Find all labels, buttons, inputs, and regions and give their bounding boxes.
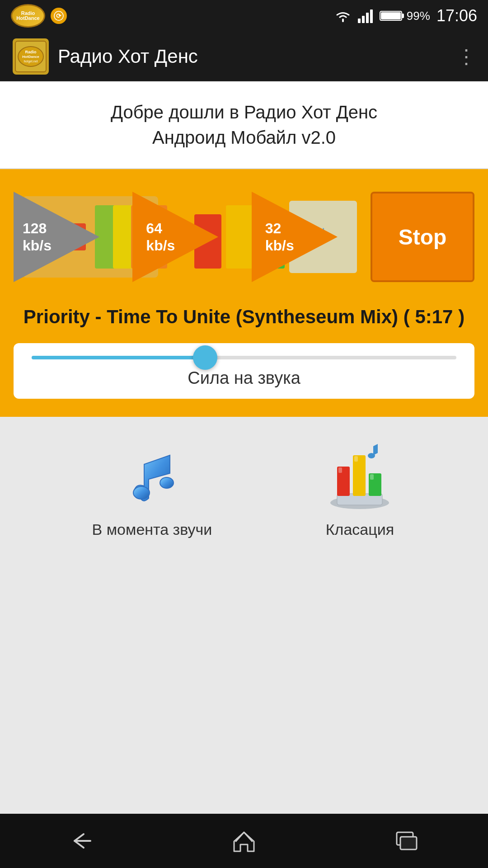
svg-rect-5 [370,9,373,23]
nav-home-button[interactable] [221,823,267,859]
svg-text:hotget.net: hotget.net [23,60,38,63]
svg-text:⟳: ⟳ [56,12,62,19]
chart-icon [324,439,396,512]
status-bar-right: 99% 17:06 [334,6,477,25]
app-bar-left: Radio HotDance hotget.net Радио Хот Денс [13,38,198,75]
svg-rect-4 [366,13,369,23]
menu-item-chart[interactable]: Класация [324,439,396,538]
volume-slider-fill [32,356,202,359]
svg-rect-33 [354,456,358,462]
nav-bar [0,814,488,868]
welcome-section: Добре дошли в Радио Хот Денс Андроид Моб… [0,81,488,169]
svg-rect-2 [358,19,361,23]
app-icon-1: RadioHotDance [11,4,45,28]
svg-text:HotDance: HotDance [22,55,39,59]
svg-rect-8 [381,12,401,19]
volume-slider-track[interactable] [32,356,456,359]
bitrate-32-label: 32 kb/s [265,220,294,255]
menu-item-chart-label: Класация [326,521,394,538]
music-note-icon [116,439,188,512]
welcome-line2: Андроид Мобайл v2.0 [152,127,336,147]
svg-point-31 [368,453,375,458]
song-title: Priority - Time To Unite (Syntheseum Mix… [14,305,474,330]
stop-button-label: Stop [399,225,447,250]
battery-text: 99% [407,9,430,23]
signal-icon [358,9,373,23]
nav-back-button[interactable] [59,823,104,859]
status-bar: RadioHotDance ⟳ [0,0,488,32]
wifi-icon [334,9,352,23]
svg-point-25 [160,477,174,488]
nav-recent-button[interactable] [384,823,429,859]
battery-icon [380,9,405,22]
bitrate-32-button[interactable]: 32 kb/s [252,192,351,282]
battery-indicator: 99% [380,9,430,23]
welcome-line1: Добре дошли в Радио Хот Денс [111,102,377,122]
volume-label: Сила на звука [32,368,456,388]
bitrate-64-button[interactable]: 64 kb/s [132,192,232,282]
volume-container: Сила на звука [14,343,474,399]
status-bar-left: RadioHotDance ⟳ [11,4,67,28]
menu-button[interactable]: ⋮ [456,45,475,68]
bottom-menu: В момента звучи [0,417,488,557]
svg-point-24 [133,486,150,499]
stop-button[interactable]: Stop [371,192,474,282]
app-bar: Radio HotDance hotget.net Радио Хот Денс… [0,32,488,81]
app-logo: Radio HotDance hotget.net [13,38,49,75]
bitrate-128-label: 128 kb/s [23,220,52,255]
svg-text:Radio: Radio [25,50,37,54]
svg-rect-3 [362,16,365,23]
svg-rect-34 [370,474,374,480]
bitrate-128-button[interactable]: 128 kb/s [14,192,113,282]
svg-rect-7 [402,14,404,18]
menu-item-now-playing[interactable]: В момента звучи [92,439,212,538]
svg-rect-32 [338,467,342,473]
svg-rect-36 [400,837,417,849]
menu-item-now-playing-label: В момента звучи [92,521,212,538]
app-title: Радио Хот Денс [58,46,198,67]
welcome-text: Добре дошли в Радио Хот Денс Андроид Моб… [9,99,479,150]
app-icon-2: ⟳ [51,8,67,24]
bitrate-64-label: 64 kb/s [146,220,175,255]
main-section: ♪ 128 kb/s 64 kb/s 32 kb/s Stop [0,169,488,417]
song-info: Priority - Time To Unite (Syntheseum Mix… [14,305,474,330]
bitrate-row: ♪ 128 kb/s 64 kb/s 32 kb/s Stop [14,187,474,287]
volume-slider-thumb[interactable] [193,345,217,370]
status-time: 17:06 [436,6,477,25]
